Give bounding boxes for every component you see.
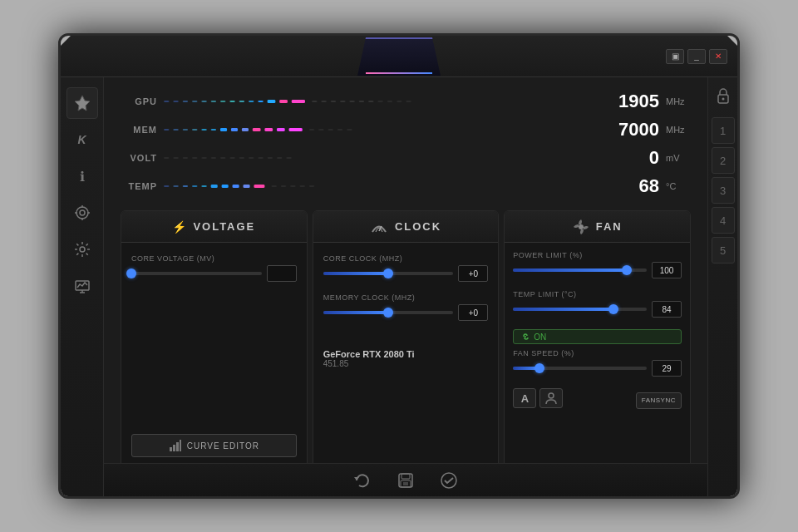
svg-rect-45 xyxy=(231,128,238,131)
svg-marker-93 xyxy=(354,477,359,480)
svg-rect-38 xyxy=(164,129,169,131)
reset-button[interactable] xyxy=(349,467,376,494)
sidebar-item-info[interactable]: ℹ xyxy=(66,160,98,192)
svg-rect-30 xyxy=(340,101,345,102)
svg-marker-0 xyxy=(75,96,90,111)
fan-panel-body: POWER LIMIT (%) 100 TEMP LIMIT (°C) xyxy=(505,243,690,421)
svg-rect-36 xyxy=(397,101,401,102)
fan-speed-thumb[interactable] xyxy=(534,363,544,373)
memory-clock-offset[interactable]: +0 xyxy=(458,304,488,321)
memory-clock-fill xyxy=(323,311,388,314)
temp-limit-control: 84 xyxy=(513,301,682,318)
driver-version: 451.85 xyxy=(323,359,489,368)
svg-rect-58 xyxy=(183,157,188,159)
svg-rect-62 xyxy=(220,157,225,159)
svg-rect-51 xyxy=(309,129,314,131)
svg-rect-67 xyxy=(268,157,273,159)
svg-rect-74 xyxy=(201,185,206,187)
temp-limit-thumb[interactable] xyxy=(608,304,618,314)
fan-speed-control: 29 xyxy=(513,360,682,377)
restore-button[interactable]: ▣ xyxy=(666,49,684,64)
fan-speed-label: FAN SPEED (%) xyxy=(513,349,682,357)
svg-rect-69 xyxy=(286,157,291,159)
memory-clock-thumb[interactable] xyxy=(383,308,393,318)
svg-rect-66 xyxy=(258,157,263,159)
svg-rect-73 xyxy=(192,185,197,187)
close-button[interactable]: ✕ xyxy=(709,49,727,64)
profile-btn-5[interactable]: 5 xyxy=(712,237,735,264)
app-window: ▣ _ ✕ K ℹ xyxy=(58,33,740,499)
svg-rect-87 xyxy=(176,442,179,451)
power-limit-control: 100 xyxy=(513,262,682,278)
svg-rect-24 xyxy=(268,100,276,103)
curve-editor-label: CURVE EDITOR xyxy=(187,441,259,451)
fan-header-text: FAN xyxy=(596,220,623,233)
svg-rect-65 xyxy=(249,157,254,159)
svg-rect-17 xyxy=(201,101,206,102)
save-button[interactable] xyxy=(392,467,419,494)
profile-btn-3[interactable]: 3 xyxy=(712,177,735,204)
core-voltage-thumb[interactable] xyxy=(126,268,136,278)
svg-rect-29 xyxy=(331,101,336,102)
window-controls: ▣ _ ✕ xyxy=(666,49,727,64)
fan-sync-button[interactable]: FAN SYNC xyxy=(636,392,682,409)
memory-clock-track xyxy=(323,311,454,314)
core-voltage-value[interactable] xyxy=(267,265,297,282)
volt-meter-row: VOLT xyxy=(121,147,691,169)
sidebar-item-kboost[interactable]: K xyxy=(66,124,98,155)
meters-section: GPU xyxy=(121,91,691,197)
svg-rect-57 xyxy=(173,157,178,159)
svg-rect-14 xyxy=(173,101,178,102)
core-clock-thumb[interactable] xyxy=(383,268,393,278)
svg-rect-64 xyxy=(239,157,244,159)
title-bar: ▣ _ ✕ xyxy=(61,36,737,77)
core-clock-track xyxy=(323,272,454,275)
fan-link-on-button[interactable]: ON xyxy=(513,329,682,344)
svg-rect-21 xyxy=(239,101,244,102)
mem-bar-container xyxy=(164,125,594,135)
curve-editor-button[interactable]: CURVE EDITOR xyxy=(131,434,297,457)
core-clock-offset[interactable]: +0 xyxy=(458,265,488,282)
svg-point-12 xyxy=(722,98,724,101)
svg-rect-76 xyxy=(222,185,229,188)
temp-limit-value[interactable]: 84 xyxy=(652,301,682,318)
svg-rect-56 xyxy=(164,157,169,159)
mem-meter-row: MEM xyxy=(121,119,691,140)
gpu-name: GeForce RTX 2080 Ti xyxy=(323,349,489,359)
title-bar-decoration xyxy=(349,36,449,77)
svg-rect-26 xyxy=(292,100,305,103)
profile-btn-4[interactable]: 4 xyxy=(712,207,735,234)
sidebar-item-settings[interactable] xyxy=(66,234,98,265)
svg-rect-34 xyxy=(377,101,382,102)
fan-speed-slider-container xyxy=(513,367,647,370)
fan-profile-auto[interactable]: A xyxy=(513,388,536,408)
svg-rect-39 xyxy=(173,129,178,131)
volt-value: 0 xyxy=(601,147,659,169)
fan-speed-value[interactable]: 29 xyxy=(652,360,682,377)
volt-bar-container xyxy=(164,153,594,163)
svg-point-92 xyxy=(549,393,554,398)
sidebar-item-logo[interactable] xyxy=(66,87,98,119)
minimize-button[interactable]: _ xyxy=(687,49,706,64)
power-limit-thumb[interactable] xyxy=(622,265,632,275)
svg-rect-63 xyxy=(229,157,234,159)
sidebar-item-monitor[interactable] xyxy=(66,270,98,302)
svg-rect-33 xyxy=(368,101,373,102)
fan-profile-user[interactable] xyxy=(539,388,563,408)
temp-limit-track xyxy=(513,308,647,311)
apply-button[interactable] xyxy=(436,467,462,494)
svg-rect-37 xyxy=(406,101,411,102)
svg-rect-85 xyxy=(170,447,172,451)
svg-rect-31 xyxy=(349,101,354,102)
power-limit-value[interactable]: 100 xyxy=(652,262,682,278)
svg-rect-75 xyxy=(211,185,218,188)
svg-rect-44 xyxy=(220,128,227,131)
svg-rect-42 xyxy=(201,129,206,131)
profile-btn-1[interactable]: 1 xyxy=(712,117,735,144)
profile-btn-2[interactable]: 2 xyxy=(712,147,735,174)
sidebar-item-oc-scanner[interactable] xyxy=(66,197,98,229)
on-badge-label: ON xyxy=(534,332,546,342)
temp-value: 68 xyxy=(601,175,659,197)
svg-rect-60 xyxy=(201,157,206,159)
lock-icon[interactable] xyxy=(712,84,735,107)
